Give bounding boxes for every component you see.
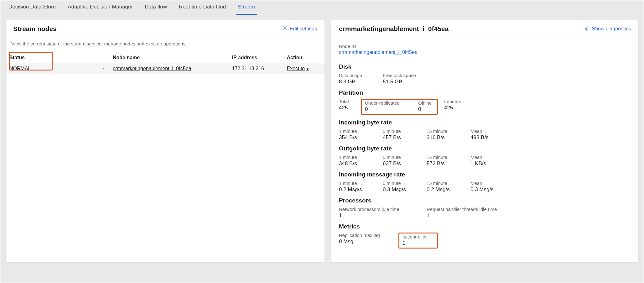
tab-data-flow[interactable]: Data flow	[143, 2, 169, 15]
metrics-heading: Metrics	[339, 223, 631, 230]
in-byte-heading: Incoming byte rate	[339, 119, 631, 126]
tab-adaptive-decision-manager[interactable]: Adaptive Decision Manager	[66, 2, 135, 15]
tab-decision-data-store[interactable]: Decision Data Store	[7, 2, 58, 15]
in-byte-5m-value: 457 B/s	[383, 134, 414, 141]
out-byte-heading: Outgoing byte rate	[339, 145, 631, 152]
col-status: Status	[9, 55, 25, 60]
partition-under-value: 0	[365, 106, 406, 113]
bolt-icon	[584, 25, 590, 32]
disk-usage-value: 8.3 GB	[339, 79, 370, 85]
metrics-highlight: Is controller1	[398, 233, 438, 249]
chevron-down-icon: ▼	[306, 67, 309, 71]
in-msg-mean-label: Mean	[470, 181, 502, 186]
edit-settings-label: Edit settings	[290, 26, 317, 32]
free-disk-label: Free disk space	[383, 73, 416, 78]
partition-offline-label: Offline	[418, 100, 434, 106]
repl-lag-value: 0 Msg	[339, 238, 389, 245]
node-detail-header: crmmarketingenablement_i_0f45ea Show dia…	[331, 20, 638, 38]
disk-heading: Disk	[339, 63, 631, 70]
partition-under-label: Under-replicated	[365, 100, 406, 106]
out-byte-1m-value: 348 B/s	[339, 160, 370, 167]
tab-stream[interactable]: Stream	[236, 2, 257, 15]
stream-nodes-description: View the current state of the stream ser…	[6, 38, 325, 52]
gear-icon	[282, 25, 288, 32]
arrow-right-icon: →	[100, 66, 105, 71]
partition-heading: Partition	[339, 89, 631, 96]
node-detail-title: crmmarketingenablement_i_0f45ea	[339, 25, 449, 33]
nodes-table: Status Node name IP address Action NORMA…	[6, 52, 325, 74]
node-detail-panel: crmmarketingenablement_i_0f45ea Show dia…	[331, 20, 639, 263]
edit-settings-button[interactable]: Edit settings	[282, 25, 317, 32]
in-byte-15m-label: 15 minute	[427, 128, 458, 134]
col-node-name: Node name	[109, 52, 228, 63]
out-byte-15m-label: 15 minute	[427, 155, 458, 160]
show-diagnostics-label: Show diagnostics	[592, 26, 631, 32]
ip-value: 172.31.13.216	[228, 63, 283, 74]
stream-nodes-header: Stream nodes Edit settings	[6, 20, 325, 38]
req-thread-label: Request handler threads idle time	[427, 207, 502, 212]
col-action: Action	[283, 52, 325, 63]
node-id-link[interactable]: crmmarketingenablement_i_0f45ea	[339, 50, 418, 55]
partition-leaders-label: Leaders	[444, 99, 475, 104]
col-ip: IP address	[228, 52, 283, 63]
out-byte-5m-label: 5 minute	[383, 155, 414, 160]
in-byte-15m-value: 316 B/s	[427, 134, 458, 141]
partition-total-value: 425	[339, 105, 355, 111]
partition-offline-value: 0	[418, 106, 434, 113]
partition-leaders-value: 425	[444, 105, 475, 111]
in-msg-5m-label: 5 minute	[383, 181, 414, 186]
out-byte-1m-label: 1 minute	[339, 155, 370, 160]
in-msg-1m-label: 1 minute	[339, 181, 370, 186]
in-msg-15m-value: 0.2 Msg/s	[427, 186, 458, 193]
in-byte-mean-label: Mean	[470, 128, 502, 134]
stream-nodes-title: Stream nodes	[13, 25, 57, 33]
in-byte-1m-label: 1 minute	[339, 128, 370, 134]
in-msg-5m-value: 0.3 Msg/s	[383, 186, 414, 193]
tab-real-time-data-grid[interactable]: Real-time Data Grid	[177, 2, 228, 15]
out-byte-mean-value: 1 KB/s	[470, 160, 502, 167]
top-tabs: Decision Data Store Adaptive Decision Ma…	[0, 0, 644, 15]
table-row[interactable]: NORMAL → crmmarketingenablement_i_0f45ea…	[6, 63, 325, 74]
disk-usage-label: Disk usage	[339, 73, 370, 78]
free-disk-value: 51.5 GB	[383, 79, 416, 85]
execute-label: Execute	[287, 66, 305, 71]
node-name-link[interactable]: crmmarketingenablement_i_0f45ea	[113, 66, 191, 71]
in-msg-heading: Incoming message rate	[339, 171, 631, 178]
in-msg-15m-label: 15 minute	[427, 181, 458, 186]
net-proc-value: 1	[339, 212, 414, 219]
in-msg-1m-value: 0.2 Msg/s	[339, 186, 370, 193]
net-proc-label: Network processors idle time	[339, 207, 414, 212]
repl-lag-label: Replication max lag	[339, 233, 389, 238]
partition-total-label: Total	[339, 99, 355, 104]
out-byte-mean-label: Mean	[470, 155, 502, 160]
is-ctrl-value: 1	[402, 240, 434, 246]
req-thread-value: 1	[427, 212, 502, 219]
partition-highlight: Under-replicated 0 Offline 0	[361, 99, 438, 115]
svg-point-0	[284, 28, 286, 29]
in-msg-mean-value: 0.3 Msg/s	[470, 186, 502, 193]
in-byte-mean-value: 498 B/s	[470, 134, 502, 141]
is-ctrl-label: Is controller	[402, 234, 434, 239]
out-byte-15m-value: 572 B/s	[427, 160, 458, 167]
execute-menu[interactable]: Execute ▼	[287, 66, 309, 71]
main-layout: Stream nodes Edit settings View the curr…	[0, 15, 644, 268]
out-byte-5m-value: 637 B/s	[383, 160, 414, 167]
show-diagnostics-button[interactable]: Show diagnostics	[584, 25, 631, 32]
node-id-label: Node ID	[339, 44, 631, 49]
processors-heading: Processors	[339, 197, 631, 204]
stream-nodes-panel: Stream nodes Edit settings View the curr…	[5, 20, 325, 263]
in-byte-5m-label: 5 minute	[383, 128, 414, 134]
status-value: NORMAL	[9, 66, 31, 71]
in-byte-1m-value: 354 B/s	[339, 134, 370, 141]
node-detail-body: Node ID crmmarketingenablement_i_0f45ea …	[331, 38, 638, 262]
